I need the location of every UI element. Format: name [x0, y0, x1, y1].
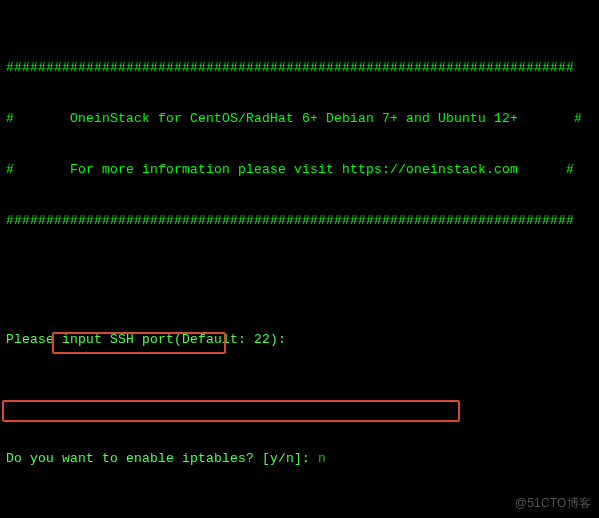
iptables-prompt: Do you want to enable iptables? [y/n]: n: [6, 450, 593, 467]
banner-line-1: # OneinStack for CentOS/RadHat 6+ Debian…: [6, 110, 593, 127]
blank-line: [6, 501, 593, 518]
iptables-answer: n: [318, 451, 326, 466]
banner-border-bottom: ########################################…: [6, 212, 593, 229]
blank-line: [6, 382, 593, 399]
banner-border-top: ########################################…: [6, 59, 593, 76]
blank-line: [6, 263, 593, 280]
watermark: @51CTO博客: [515, 495, 591, 512]
terminal[interactable]: ########################################…: [0, 0, 599, 518]
highlight-number-prompt: [2, 400, 460, 422]
ssh-port-prompt: Please input SSH port(Default: 22):: [6, 331, 593, 348]
banner-line-2: # For more information please visit http…: [6, 161, 593, 178]
